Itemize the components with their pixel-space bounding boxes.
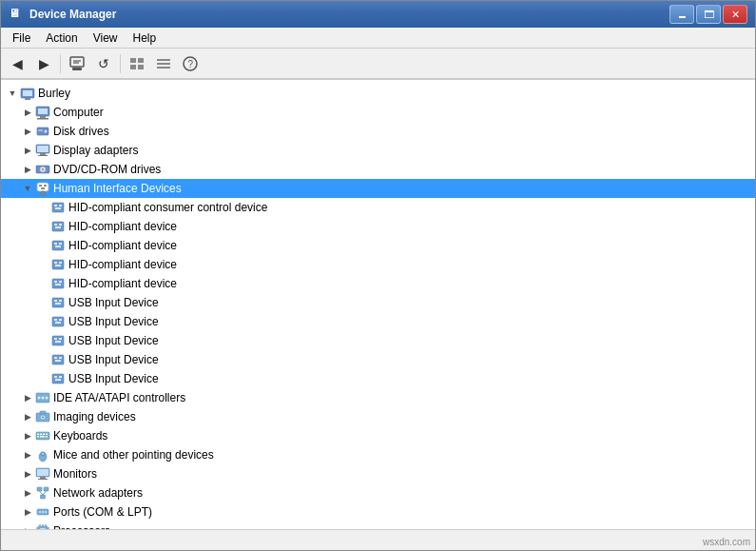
expander-display[interactable]: ▶	[20, 143, 35, 158]
minimize-button[interactable]: 🗕	[669, 5, 694, 24]
expander-burley[interactable]: ▼	[5, 86, 20, 101]
back-button[interactable]: ◀	[5, 52, 29, 75]
menu-view[interactable]: View	[86, 30, 126, 47]
tree-item-keyboards[interactable]: ▶ Keyboards	[1, 426, 755, 445]
usb3-label: USB Input Device	[68, 334, 159, 347]
svg-rect-57	[59, 300, 62, 302]
properties-button[interactable]	[65, 52, 89, 75]
tree-item-dvd[interactable]: ▶ DVD/CD-ROM drives	[1, 160, 755, 179]
view1-button[interactable]	[125, 52, 149, 75]
svg-rect-24	[37, 146, 48, 152]
svg-rect-98	[38, 479, 48, 480]
tree-item-mice[interactable]: ▶ Mice and other pointing devices	[1, 445, 755, 464]
svg-rect-9	[157, 63, 170, 65]
expander-computer[interactable]: ▶	[20, 105, 35, 120]
svg-rect-37	[59, 205, 62, 207]
menu-help[interactable]: Help	[126, 30, 165, 47]
tree-item-computer[interactable]: ▶ Computer	[1, 103, 755, 122]
maximize-button[interactable]: 🗖	[696, 5, 721, 24]
tree-item-network[interactable]: ▶ Network adapters	[1, 483, 755, 502]
svg-rect-46	[55, 246, 61, 247]
svg-rect-74	[55, 379, 61, 381]
status-bar	[1, 529, 755, 550]
tree-item-disk-drives[interactable]: ▶ Disk drives	[1, 122, 755, 141]
expander-network[interactable]: ▶	[20, 485, 35, 501]
svg-rect-19	[37, 118, 48, 120]
expander-mice[interactable]: ▶	[20, 447, 35, 462]
tree-item-usb5[interactable]: ▶ USB Input Device	[1, 369, 755, 388]
svg-rect-4	[130, 58, 136, 63]
tree-item-usb4[interactable]: ▶ USB Input Device	[1, 350, 755, 369]
expander-ports[interactable]: ▶	[20, 504, 35, 520]
expander-ide[interactable]: ▶	[20, 390, 35, 405]
toolbar-separator-1	[60, 54, 61, 73]
tree-item-processors[interactable]: ▶	[1, 521, 755, 529]
icon-usb3	[50, 333, 66, 348]
toolbar: ◀ ▶ ↺	[1, 49, 755, 79]
view2-button[interactable]	[151, 52, 176, 75]
svg-rect-68	[54, 357, 57, 359]
mice-label: Mice and other pointing devices	[53, 448, 214, 462]
svg-line-102	[40, 491, 44, 495]
svg-rect-54	[55, 284, 61, 285]
svg-rect-32	[44, 185, 47, 187]
svg-rect-14	[23, 90, 32, 96]
svg-point-29	[42, 168, 44, 170]
tree-item-hid-device2[interactable]: ▶ HID-compliant device	[1, 236, 755, 255]
refresh-button[interactable]: ↺	[91, 52, 116, 75]
icon-display	[35, 143, 50, 158]
svg-rect-40	[54, 224, 57, 226]
svg-point-77	[42, 397, 45, 400]
svg-rect-18	[40, 116, 46, 118]
tree-item-display[interactable]: ▶ Display adapters	[1, 141, 755, 160]
tree-item-hid[interactable]: ▼ Human Interface Devices	[1, 179, 755, 198]
svg-rect-89	[40, 436, 45, 438]
expander-hid[interactable]: ▼	[20, 181, 35, 196]
svg-rect-56	[54, 300, 57, 302]
tree-item-hid-consumer[interactable]: ▶ HID-compliant consumer control device	[1, 198, 755, 217]
icon-disk	[35, 124, 50, 139]
tree-item-hid-device4[interactable]: ▶ HID-compliant device	[1, 274, 755, 293]
tree-item-usb3[interactable]: ▶ USB Input Device	[1, 331, 755, 350]
menu-file[interactable]: File	[5, 30, 38, 47]
window-title: Device Manager	[29, 8, 116, 21]
disk-label: Disk drives	[53, 125, 109, 138]
svg-rect-34	[41, 191, 45, 195]
svg-rect-17	[38, 108, 48, 114]
svg-rect-30	[37, 183, 48, 191]
svg-rect-6	[130, 65, 136, 69]
tree-item-imaging[interactable]: ▶ Imaging devices	[1, 407, 755, 426]
tree-item-ports[interactable]: ▶ Ports (COM & LPT)	[1, 502, 755, 521]
svg-rect-42	[55, 226, 61, 228]
tree-item-hid-device3[interactable]: ▶ HID-compliant device	[1, 255, 755, 274]
expander-disk[interactable]: ▶	[20, 124, 35, 139]
help-button[interactable]: ?	[178, 52, 203, 75]
svg-rect-60	[54, 319, 57, 321]
svg-rect-50	[55, 265, 61, 266]
tree-item-usb1[interactable]: ▶ USB Input Device	[1, 293, 755, 312]
expander-imaging[interactable]: ▶	[20, 409, 35, 424]
icon-hid	[35, 181, 50, 196]
menu-action[interactable]: Action	[38, 30, 85, 47]
svg-rect-80	[40, 411, 46, 414]
hid-d2-label: HID-compliant device	[68, 239, 177, 252]
tree-view[interactable]: ▼ Burley ▶	[1, 80, 755, 529]
tree-item-usb2[interactable]: ▶ USB Input Device	[1, 312, 755, 331]
computer-label: Computer	[53, 106, 104, 119]
svg-point-78	[46, 397, 48, 400]
network-label: Network adapters	[53, 486, 143, 500]
tree-item-monitors[interactable]: ▶ Monitors	[1, 464, 755, 483]
expander-monitors[interactable]: ▶	[20, 466, 35, 482]
tree-item-hid-device1[interactable]: ▶ HID-compliant device	[1, 217, 755, 236]
icon-ports	[35, 504, 50, 520]
svg-rect-33	[41, 187, 45, 189]
forward-button[interactable]: ▶	[31, 52, 56, 75]
close-button[interactable]: ✕	[723, 5, 747, 24]
tree-item-ide[interactable]: ▶ IDE ATA/ATAPI controllers	[1, 388, 755, 407]
tree-item-burley[interactable]: ▼ Burley	[1, 84, 755, 103]
expander-dvd[interactable]: ▶	[20, 162, 35, 177]
expander-keyboards[interactable]: ▶	[20, 428, 35, 443]
svg-rect-22	[38, 130, 43, 131]
icon-hid-consumer	[50, 200, 66, 215]
svg-rect-52	[54, 281, 57, 283]
